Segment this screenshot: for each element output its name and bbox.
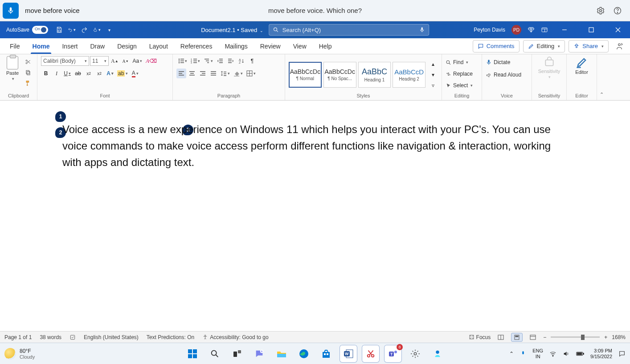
task-view[interactable] (228, 345, 246, 363)
tab-draw[interactable]: Draw (84, 38, 111, 54)
status-accessibility[interactable]: Accessibility: Good to go (202, 334, 268, 340)
user-avatar[interactable]: PD (511, 25, 521, 35)
qat-customize-icon[interactable]: ▾ (105, 26, 113, 34)
select-button[interactable]: Select▾ (446, 80, 473, 91)
tab-mailings[interactable]: Mailings (218, 38, 254, 54)
status-predictions[interactable]: Text Predictions: On (147, 334, 194, 340)
superscript-button[interactable]: x2 (94, 69, 104, 78)
taskbar-voice-access[interactable] (429, 345, 446, 363)
document-title[interactable]: Document2.1 • Saved ⌄ (201, 27, 263, 33)
tab-layout[interactable]: Layout (143, 38, 174, 54)
zoom-level[interactable]: 168% (612, 334, 626, 340)
strikethrough-button[interactable]: ab (73, 69, 83, 78)
font-name-select[interactable]: Calibri (Body)▾ (41, 56, 89, 66)
sort-button[interactable]: AZ (237, 56, 246, 66)
grow-font-button[interactable]: A▲ (110, 56, 120, 66)
diamond-icon[interactable] (528, 26, 535, 33)
clear-formatting-button[interactable]: A⌫ (144, 56, 158, 66)
taskbar-word[interactable]: W (340, 345, 357, 363)
document-paragraph[interactable]: Voice access is a new experience on Wind… (62, 121, 569, 171)
read-mode-button[interactable] (495, 333, 507, 342)
share-button[interactable]: Share▾ (569, 40, 609, 53)
search-mic-icon[interactable] (419, 27, 425, 33)
format-painter-button[interactable] (23, 78, 33, 88)
justify-button[interactable] (209, 69, 218, 78)
style-normal[interactable]: AaBbCcDc¶ Normal (289, 62, 322, 88)
user-name[interactable]: Peyton Davis (474, 27, 505, 33)
status-language[interactable]: English (United States) (84, 334, 139, 340)
taskbar-teams[interactable]: T8 (384, 345, 402, 363)
present-icon[interactable] (612, 40, 626, 53)
tray-language[interactable]: ENGIN (532, 348, 543, 359)
autosave-toggle[interactable]: AutoSave On (6, 26, 48, 34)
start-button[interactable] (184, 345, 201, 363)
tab-file[interactable]: File (4, 38, 26, 54)
shading-button[interactable]: ▾ (232, 69, 244, 78)
tab-home[interactable]: Home (26, 38, 56, 54)
comments-button[interactable]: Comments (473, 40, 520, 53)
taskbar-settings[interactable] (406, 345, 424, 363)
subscript-button[interactable]: x2 (84, 69, 94, 78)
zoom-slider[interactable] (551, 336, 600, 338)
save-icon[interactable] (55, 26, 63, 34)
styles-scroll-down[interactable]: ▾ (428, 70, 438, 80)
tab-review[interactable]: Review (254, 38, 287, 54)
status-words[interactable]: 38 words (40, 334, 61, 340)
dictate-button[interactable]: Dictate (486, 57, 510, 68)
tray-clock[interactable]: 3:09 PM9/15/2022 (590, 348, 612, 359)
font-color-button[interactable]: A▾ (130, 69, 140, 78)
tab-help[interactable]: Help (313, 38, 338, 54)
collapse-ribbon-button[interactable]: ⌃ (597, 54, 606, 100)
change-case-button[interactable]: Aa▾ (131, 56, 144, 66)
tab-insert[interactable]: Insert (56, 38, 84, 54)
find-button[interactable]: Find▾ (446, 57, 468, 68)
tray-volume-icon[interactable] (563, 350, 570, 357)
tray-mic-icon[interactable] (520, 351, 526, 357)
zoom-out-button[interactable]: − (543, 334, 546, 340)
style-heading1[interactable]: AaBbCHeading 1 (358, 62, 391, 88)
text-effects-button[interactable]: A▾ (105, 69, 115, 78)
tray-notifications-icon[interactable] (618, 350, 626, 357)
paste-button[interactable]: Paste ▾ (4, 56, 21, 81)
decrease-indent-button[interactable] (215, 56, 225, 66)
touch-mode-icon[interactable]: ▾ (93, 26, 101, 34)
bold-button[interactable]: B (41, 69, 51, 78)
web-layout-button[interactable] (527, 333, 539, 342)
tray-wifi-icon[interactable] (549, 350, 556, 357)
minimize-button[interactable] (554, 21, 575, 38)
read-aloud-button[interactable]: Read Aloud (486, 69, 521, 80)
italic-button[interactable]: I (52, 69, 61, 78)
line-spacing-button[interactable]: ▾ (219, 69, 231, 78)
align-center-button[interactable] (187, 69, 197, 78)
align-right-button[interactable] (198, 69, 208, 78)
numbering-button[interactable]: 123▾ (189, 56, 201, 66)
tab-design[interactable]: Design (111, 38, 143, 54)
underline-button[interactable]: U▾ (62, 69, 72, 78)
redo-icon[interactable] (80, 26, 88, 34)
copy-button[interactable] (23, 68, 33, 77)
show-marks-button[interactable]: ¶ (247, 56, 257, 66)
taskbar-edge[interactable] (295, 345, 313, 363)
maximize-button[interactable] (581, 21, 601, 38)
voice-mic-button[interactable] (3, 3, 19, 19)
multilevel-list-button[interactable]: ▾ (202, 56, 214, 66)
close-button[interactable] (608, 21, 628, 38)
tray-battery-icon[interactable] (576, 351, 584, 356)
align-left-button[interactable] (176, 69, 186, 78)
styles-scroll-up[interactable]: ▴ (428, 59, 438, 69)
taskbar-search[interactable] (206, 345, 224, 363)
status-focus[interactable]: Focus (469, 334, 491, 340)
search-box[interactable]: Search (Alt+Q) (269, 24, 429, 36)
taskbar-snip[interactable] (362, 345, 380, 363)
cut-button[interactable] (23, 57, 33, 67)
taskbar-store[interactable] (317, 345, 335, 363)
print-layout-button[interactable] (511, 333, 523, 342)
taskbar-chat[interactable] (250, 345, 268, 363)
voice-number-badge-1[interactable]: 1 (55, 111, 66, 122)
document-area[interactable]: 1 2 3 Voice access is a new experience o… (0, 101, 630, 331)
voice-settings-icon[interactable] (596, 6, 605, 15)
highlight-button[interactable]: ab▾ (116, 69, 129, 78)
zoom-in-button[interactable]: + (604, 334, 607, 340)
font-size-select[interactable]: 11▾ (90, 56, 109, 66)
taskbar-weather[interactable]: 80°FCloudy (4, 348, 35, 360)
